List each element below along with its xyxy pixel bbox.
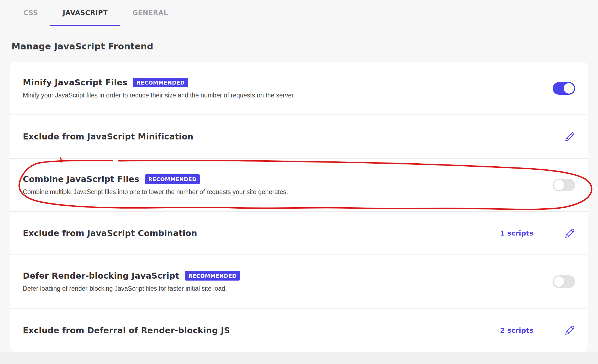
recommended-badge: RECOMMENDED (133, 78, 189, 87)
tab-general[interactable]: GENERAL (120, 0, 180, 26)
setting-description: Combine multiple JavaScript files into o… (23, 188, 553, 196)
page-title: Manage JavaScript Frontend (12, 41, 598, 52)
toggle-knob (554, 276, 564, 287)
settings-tab-bar: CSSJAVASCRIPTGENERAL (0, 0, 598, 26)
setting-row-exclude-from-deferral-of-render-blocking-js: Exclude from Deferral of Render-blocking… (10, 309, 588, 352)
recommended-badge: RECOMMENDED (145, 174, 200, 184)
setting-title: Exclude from JavaScript Minification (23, 132, 193, 141)
setting-row-exclude-from-javascript-minification: Exclude from JavaScript Minification (10, 115, 588, 159)
setting-title: Exclude from JavaScript Combination (23, 228, 197, 238)
settings-card: Minify JavaScript Files RECOMMENDED Mini… (10, 62, 588, 352)
setting-row-defer-render-blocking-javascript: Defer Render-blocking JavaScript RECOMME… (10, 255, 588, 309)
toggle-knob (564, 83, 574, 94)
setting-title: Defer Render-blocking JavaScript (23, 271, 179, 281)
setting-description: Defer loading of render-blocking JavaScr… (23, 285, 553, 292)
setting-row-combine-javascript-files: Combine JavaScript Files RECOMMENDED Com… (10, 159, 588, 212)
setting-title: Combine JavaScript Files (23, 174, 139, 184)
setting-title: Minify JavaScript Files (23, 78, 128, 87)
combine-javascript-files-toggle[interactable] (553, 179, 575, 191)
tab-javascript[interactable]: JAVASCRIPT (50, 0, 120, 26)
minify-javascript-files-toggle[interactable] (553, 82, 575, 95)
scripts-count-link[interactable]: 1 scripts (500, 229, 533, 237)
setting-row-exclude-from-javascript-combination: Exclude from JavaScript Combination 1 sc… (10, 212, 588, 255)
toggle-knob (554, 180, 564, 190)
setting-row-minify-javascript-files: Minify JavaScript Files RECOMMENDED Mini… (10, 62, 588, 115)
setting-title: Exclude from Deferral of Render-blocking… (23, 326, 230, 335)
pencil-icon (565, 228, 575, 238)
tab-css[interactable]: CSS (11, 0, 50, 26)
exclude-from-javascript-combination-edit-button[interactable] (564, 228, 575, 239)
exclude-from-javascript-minification-edit-button[interactable] (564, 131, 575, 142)
scripts-count-link[interactable]: 2 scripts (500, 326, 533, 334)
pencil-icon (565, 132, 575, 142)
bottom-background-strip (0, 352, 598, 364)
pencil-icon (565, 325, 575, 335)
recommended-badge: RECOMMENDED (185, 271, 240, 281)
setting-description: Minify your JavaScript files in order to… (23, 92, 553, 99)
defer-render-blocking-javascript-toggle[interactable] (553, 275, 575, 288)
exclude-from-deferral-of-render-blocking-js-edit-button[interactable] (564, 325, 575, 336)
